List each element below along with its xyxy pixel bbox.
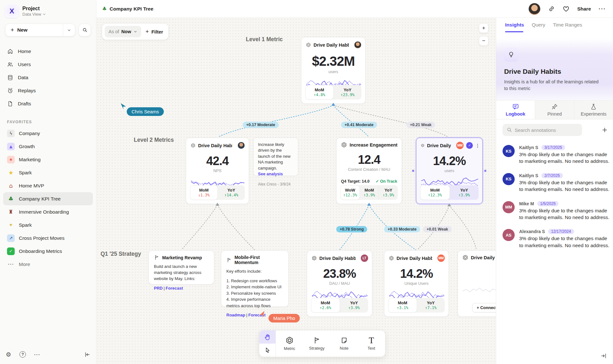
sidebar-item-spark[interactable]: ★ Spark xyxy=(3,166,93,179)
metric-card-nps[interactable]: Drive Daily Habbits 42.4 NPS MoM ↓1.3% xyxy=(186,138,249,204)
sidebar-item-drafts[interactable]: Drafts xyxy=(3,97,93,110)
mom-delta[interactable]: MoM ↑4.8% xyxy=(305,85,334,100)
filter-button[interactable]: + Filter xyxy=(146,28,163,35)
sidebar-more-icon[interactable]: ··· xyxy=(34,352,41,357)
owner-initials-badge[interactable]: MM xyxy=(456,142,464,149)
yoy-delta[interactable]: YoY ↑23.9% xyxy=(334,85,361,100)
annotation-item[interactable]: KS Kaitlyn S 2/7/2025 3% drop likely due… xyxy=(503,173,609,193)
roadmap-link[interactable]: Roadmap xyxy=(226,313,245,317)
tab-insights[interactable]: Insights xyxy=(505,22,524,32)
mom-delta[interactable]: MoM ↑12.3% xyxy=(420,185,450,200)
strategy-flag-icon xyxy=(313,337,321,344)
target-label: Q4 Target: 14.0 xyxy=(341,179,369,184)
add-annotation-icon[interactable] xyxy=(602,127,608,133)
metric-hexagon-icon xyxy=(312,255,317,261)
owner-initials-badge[interactable]: MM xyxy=(437,254,445,262)
plus-icon: + xyxy=(146,28,149,35)
metric-tool-button[interactable]: Metric xyxy=(276,330,303,357)
selection-handle[interactable] xyxy=(412,170,414,172)
project-view-switcher[interactable]: Data View xyxy=(22,12,46,17)
settings-gear-icon[interactable]: ⚙ xyxy=(6,351,11,358)
panel-tabs: Insights Query Time Ranges xyxy=(496,18,613,32)
selection-handle[interactable] xyxy=(484,170,487,172)
sidebar-item-replays[interactable]: Replays xyxy=(3,84,93,97)
sidebar-item-more[interactable]: ··· More xyxy=(3,258,93,271)
sidebar-item-immersive-onboarding[interactable]: ♜ Immersive Onboarding xyxy=(3,205,93,218)
annotation-item[interactable]: AS Alexandra S 12/17/2024 3% drop likely… xyxy=(503,229,609,249)
sidebar-item-growth[interactable]: ▲ Growth xyxy=(3,140,93,153)
prd-link[interactable]: PRD xyxy=(154,286,163,291)
new-button[interactable]: + New xyxy=(5,24,75,36)
subtab-pinned[interactable]: Pinned xyxy=(535,101,574,119)
sidebar-item-onboarding-metrics[interactable]: ✓ Onboarding Metrics xyxy=(3,245,93,258)
note-tool-button[interactable]: Note xyxy=(330,330,358,357)
connect-button[interactable]: + Connect xyxy=(472,303,496,312)
zoom-in-button[interactable]: + xyxy=(479,23,488,33)
metric-value: 23.8% xyxy=(307,267,372,281)
pin-icon xyxy=(551,103,558,110)
yoy-delta[interactable]: YoY ↑3.9% xyxy=(450,185,479,200)
card-menu-icon[interactable]: ⋮ xyxy=(475,145,479,147)
hand-tool-button[interactable] xyxy=(259,330,276,344)
search-button[interactable] xyxy=(79,24,91,36)
help-icon[interactable]: ? xyxy=(19,351,26,358)
strategy-tool-button[interactable]: Strategy xyxy=(303,330,331,357)
owner-initials-badge[interactable]: LT xyxy=(361,254,368,262)
note-card[interactable]: Increase likely driven by the launch of … xyxy=(253,138,298,176)
sidebar-item-marketing[interactable]: ✷ Marketing xyxy=(3,153,93,166)
mom-delta[interactable]: MoM ↓1.3% xyxy=(190,185,218,200)
subtab-logbook[interactable]: Logbook xyxy=(496,101,535,119)
sidebar-item-home[interactable]: Home xyxy=(3,45,93,58)
text-tool-button[interactable]: T Text xyxy=(358,330,385,357)
user-avatar[interactable] xyxy=(528,3,541,15)
strategy-card-marketing-revamp[interactable]: Marketing Revamp Build and launch a new … xyxy=(148,250,214,284)
sidebar-item-users[interactable]: Users xyxy=(3,58,93,71)
forecast-link[interactable]: Forecast xyxy=(166,286,183,291)
select-tool-button[interactable] xyxy=(259,344,276,357)
sidebar-item-company[interactable]: ϟ Company xyxy=(3,127,93,140)
annotation-item[interactable]: KS Kaitlyn S 3/17/2025 3% drop likely du… xyxy=(503,145,609,165)
favorite-heart-icon[interactable] xyxy=(563,5,570,12)
metric-card-selected[interactable]: Drive Daily Habb.. MM ✓ ⋮ 14.2% users xyxy=(416,138,483,204)
metric-value: 14.2% xyxy=(384,267,449,281)
see-analysis-link[interactable]: See analysis xyxy=(258,171,293,177)
annotation-search-input[interactable] xyxy=(503,124,582,136)
tab-time-ranges[interactable]: Time Ranges xyxy=(553,22,582,32)
share-button[interactable]: Share xyxy=(577,6,591,12)
sidebar-item-home-mvp[interactable]: ⌂ Home MVP xyxy=(3,179,93,192)
metric-card-level1[interactable]: Drive Daily Habbits $2.32M users MoM ↑4.… xyxy=(301,37,366,104)
strategy-card-mobile-first[interactable]: Mobile-First Momentum Key efforts includ… xyxy=(221,250,289,307)
yoy-delta[interactable]: YoY ↑7.1% xyxy=(417,298,445,313)
subtab-experiments[interactable]: Experiments xyxy=(574,101,613,119)
new-dropdown-button[interactable] xyxy=(63,24,75,36)
panel-subtabs: Logbook Pinned Experiments xyxy=(496,100,613,119)
yoy-delta[interactable]: YoY ↑3.9% xyxy=(379,185,398,200)
kpi-tree-canvas[interactable]: As of Now + Filter + − Level 1 Metric Le… xyxy=(96,18,496,364)
collapse-panel-icon[interactable] xyxy=(601,353,607,359)
tab-query[interactable]: Query xyxy=(532,22,545,32)
project-logo[interactable]: X xyxy=(5,4,19,18)
panel-metric-title: Drive Daily Habits xyxy=(504,68,561,75)
annotation-item[interactable]: MM Mike M 1/5/2025 3% drop likely due to… xyxy=(503,201,609,221)
metric-card-engagement[interactable]: Increase Engagement 12.4 Content Creatio… xyxy=(336,138,402,204)
owner-avatar[interactable] xyxy=(354,41,361,49)
more-options-icon[interactable]: ··· xyxy=(599,6,606,12)
mom-delta[interactable]: MoM ↑3.1% xyxy=(388,298,417,313)
as-of-dropdown[interactable]: As of Now xyxy=(105,26,141,37)
sidebar-item-spark-2[interactable]: ✦ Spark xyxy=(3,218,93,231)
mom-delta[interactable]: MoM ↑3.9% xyxy=(360,185,379,200)
wow-delta[interactable]: WoW ↑12.3% xyxy=(340,185,360,200)
sidebar-item-company-kpi-tree[interactable]: ♣ Company KPI Tree xyxy=(3,192,93,205)
edge-strength-badge: +0.01 Weak xyxy=(423,226,452,232)
link-icon[interactable] xyxy=(548,5,555,12)
metric-card-unique-users[interactable]: Drive Daily Habbits MM 14.2% Unique User… xyxy=(384,250,449,317)
metric-card-dau[interactable]: Drive Daily Habbits LT 23.8% DAU / MAU M… xyxy=(307,250,372,317)
yoy-delta[interactable]: YoY ↑14.4% xyxy=(218,185,245,200)
mom-delta[interactable]: MoM ↑2.6% xyxy=(311,298,340,313)
zoom-out-button[interactable]: − xyxy=(479,36,488,46)
sidebar-item-data[interactable]: Data xyxy=(3,71,93,84)
sidebar-item-cross-project-moves[interactable]: ↗ Cross Project Moves xyxy=(3,231,93,245)
owner-avatar[interactable] xyxy=(238,142,245,149)
yoy-delta[interactable]: YoY ↑3.9% xyxy=(340,298,368,313)
collapse-sidebar-icon[interactable] xyxy=(84,352,90,358)
